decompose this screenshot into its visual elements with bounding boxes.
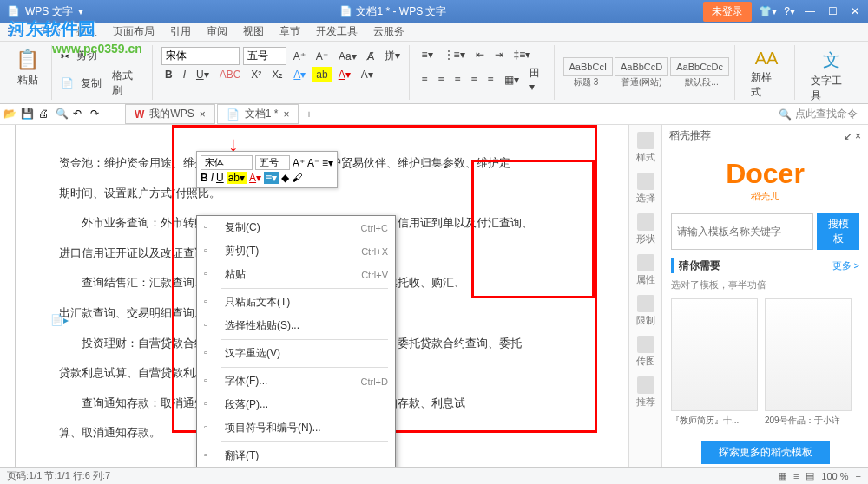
tab-dev[interactable]: 开发工具 bbox=[316, 24, 358, 39]
rail-item-1[interactable]: 选择 bbox=[636, 173, 655, 205]
mini-list-button[interactable]: ≡▾ bbox=[322, 157, 333, 169]
tab-section[interactable]: 章节 bbox=[279, 24, 300, 39]
superscript-button[interactable]: X² bbox=[247, 67, 265, 82]
align-right-button[interactable]: ≡ bbox=[451, 72, 464, 88]
qa-preview-icon[interactable]: 🔍 bbox=[56, 108, 69, 121]
mini-fontcolor-button[interactable]: A▾ bbox=[249, 172, 261, 184]
change-case-button[interactable]: Aa▾ bbox=[335, 49, 360, 64]
qa-open-icon[interactable]: 📂 bbox=[3, 108, 17, 121]
style-2[interactable]: AaBbCcD bbox=[615, 57, 668, 76]
view-print-icon[interactable]: ▦ bbox=[778, 470, 786, 481]
new-tab-button[interactable]: + bbox=[300, 108, 317, 121]
text-tools-button[interactable]: 文 文字工具 bbox=[804, 47, 859, 105]
mini-size-select[interactable]: 五号 bbox=[255, 155, 290, 170]
highlight-button[interactable]: ab bbox=[312, 67, 331, 82]
docer-more-link[interactable]: 更多 > bbox=[832, 259, 859, 272]
shading-button[interactable]: ▦▾ bbox=[501, 72, 523, 88]
style-1[interactable]: AaBbCcI bbox=[563, 57, 613, 76]
font-size-select[interactable]: 五号 bbox=[243, 47, 286, 65]
tab-layout[interactable]: 页面布局 bbox=[113, 24, 155, 39]
indent-inc-button[interactable]: ⇥ bbox=[491, 47, 507, 62]
help-icon[interactable]: ?▾ bbox=[784, 5, 795, 17]
subscript-button[interactable]: X₂ bbox=[268, 67, 286, 82]
rail-item-2[interactable]: 形状 bbox=[636, 213, 655, 245]
context-menu-item[interactable]: ▫字体(F)...Ctrl+D bbox=[197, 370, 395, 393]
tab-view[interactable]: 视图 bbox=[243, 24, 264, 39]
char-border-button[interactable]: A▾ bbox=[358, 67, 377, 82]
copy-button[interactable]: 复制 bbox=[77, 75, 105, 93]
bold-button[interactable]: B bbox=[161, 67, 176, 82]
tab-review[interactable]: 审阅 bbox=[207, 24, 227, 39]
template-card-1[interactable]: 『教师简历』十... bbox=[671, 298, 758, 427]
align-center-button[interactable]: ≡ bbox=[435, 72, 448, 88]
font-color2-button[interactable]: A▾ bbox=[335, 67, 354, 82]
mini-highlight-button[interactable]: ab▾ bbox=[227, 172, 247, 184]
align-left-button[interactable]: ≡ bbox=[418, 72, 431, 88]
underline-button[interactable]: U▾ bbox=[193, 67, 213, 82]
italic-button[interactable]: I bbox=[180, 67, 189, 82]
align-justify-button[interactable]: ≡ bbox=[468, 72, 481, 88]
context-menu-item[interactable]: ▫复制(C)Ctrl+C bbox=[197, 216, 395, 239]
zoom-out-button[interactable]: − bbox=[856, 471, 861, 481]
font-color-button[interactable]: A▾ bbox=[290, 67, 309, 82]
context-menu-item[interactable]: ▫段落(P)... bbox=[197, 393, 395, 416]
tab-close-icon[interactable]: × bbox=[283, 108, 289, 121]
mini-shrink-button[interactable]: A⁻ bbox=[307, 157, 319, 169]
font-name-select[interactable]: 宋体 bbox=[161, 47, 240, 65]
docer-close-icon[interactable]: × bbox=[855, 130, 861, 142]
doc-tab-wps[interactable]: W 我的WPS × bbox=[125, 104, 215, 124]
mini-underline-button[interactable]: U bbox=[216, 172, 224, 184]
mini-format-painter-button[interactable]: 🖌 bbox=[292, 172, 302, 184]
doc-tab-1[interactable]: 📄 文档1 * × bbox=[217, 104, 299, 124]
docer-search-button[interactable]: 搜模板 bbox=[817, 213, 859, 250]
tab-close-icon[interactable]: × bbox=[200, 108, 206, 121]
qa-print-icon[interactable]: 🖨 bbox=[38, 108, 52, 121]
context-menu-item[interactable]: ▫汉字重选(V) bbox=[197, 342, 395, 365]
rail-item-0[interactable]: 样式 bbox=[636, 132, 655, 164]
bullets-button[interactable]: ≡▾ bbox=[418, 47, 437, 62]
rail-item-6[interactable]: 推荐 bbox=[636, 376, 655, 409]
document-area[interactable]: ↓ 📄▸ 资金池：维护资金用途、维护资金池特获信款利率、维护贸易伙伴、维护归集参… bbox=[16, 125, 628, 467]
tab-cloud[interactable]: 云服务 bbox=[373, 24, 404, 39]
shrink-font-button[interactable]: A⁻ bbox=[312, 49, 332, 64]
format-painter-button[interactable]: 格式刷 bbox=[108, 67, 147, 100]
mini-font-select[interactable]: 宋体 bbox=[201, 155, 253, 170]
style-3[interactable]: AaBbCcDc bbox=[670, 57, 729, 76]
indent-dec-button[interactable]: ⇤ bbox=[472, 47, 488, 62]
border-button[interactable]: 田▾ bbox=[526, 64, 549, 95]
minimize-button[interactable]: — bbox=[802, 3, 818, 19]
view-web-icon[interactable]: ≡ bbox=[793, 471, 799, 481]
qa-redo-icon[interactable]: ↷ bbox=[90, 108, 104, 121]
shirt-icon[interactable]: 👕▾ bbox=[759, 5, 777, 17]
mini-indent-button[interactable]: ◆ bbox=[281, 172, 289, 184]
rail-item-3[interactable]: 属性 bbox=[636, 254, 655, 286]
mini-bold-button[interactable]: B bbox=[201, 172, 208, 184]
context-menu-item[interactable]: ▫剪切(T)Ctrl+X bbox=[197, 239, 395, 263]
qa-undo-icon[interactable]: ↶ bbox=[73, 108, 87, 121]
paste-button[interactable]: 📋 粘贴 bbox=[9, 47, 46, 89]
close-button[interactable]: ✕ bbox=[847, 3, 863, 19]
docer-pin-icon[interactable]: ↙ bbox=[844, 130, 852, 142]
docer-explore-button[interactable]: 探索更多的稻壳模板 bbox=[701, 441, 830, 464]
context-menu-item[interactable]: ▫项目符号和编号(N)... bbox=[197, 416, 395, 440]
strike-button[interactable]: ABC bbox=[216, 67, 245, 82]
zoom-level[interactable]: 100 % bbox=[821, 471, 848, 481]
mini-align-button[interactable]: ≡▾ bbox=[264, 172, 279, 184]
context-menu-item[interactable]: ▫只粘贴文本(T) bbox=[197, 291, 395, 314]
view-outline-icon[interactable]: ▤ bbox=[806, 470, 814, 481]
template-card-2[interactable]: 209号作品：于小详 bbox=[765, 298, 852, 427]
phonetic-button[interactable]: 拼▾ bbox=[381, 47, 404, 65]
mini-italic-button[interactable]: I bbox=[211, 172, 214, 184]
find-command[interactable]: 🔍 点此查找命令 bbox=[779, 107, 865, 121]
login-button[interactable]: 未登录 bbox=[703, 2, 752, 22]
line-spacing-button[interactable]: ‡≡▾ bbox=[510, 47, 535, 62]
context-menu-item[interactable]: ▫翻译(T) bbox=[197, 444, 395, 467]
new-style-button[interactable]: AA 新样式 bbox=[744, 47, 789, 101]
tab-reference[interactable]: 引用 bbox=[170, 24, 191, 39]
margin-marker-icon[interactable]: 📄▸ bbox=[50, 314, 69, 326]
distribute-button[interactable]: ≡ bbox=[484, 72, 497, 88]
grow-font-button[interactable]: A⁺ bbox=[290, 49, 309, 64]
context-menu-item[interactable]: ▫粘贴Ctrl+V bbox=[197, 263, 395, 286]
mini-grow-button[interactable]: A⁺ bbox=[293, 157, 305, 169]
context-menu-item[interactable]: ▫选择性粘贴(S)... bbox=[197, 314, 395, 337]
